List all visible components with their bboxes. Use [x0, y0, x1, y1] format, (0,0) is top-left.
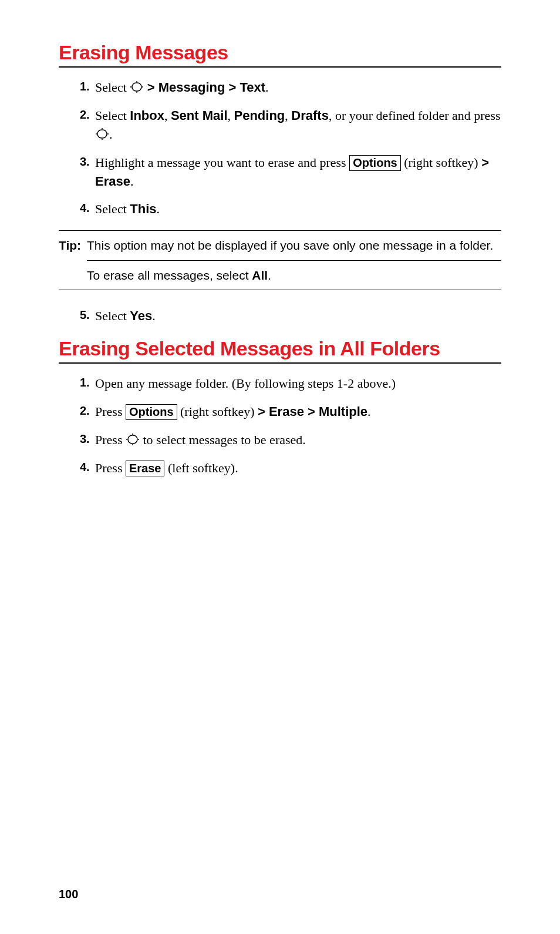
text: , or your defined folder and press	[329, 108, 501, 123]
text: ,	[164, 108, 171, 123]
text: Press	[95, 461, 126, 475]
tip-text-2: To erase all messages, select All.	[59, 267, 501, 284]
text: ,	[285, 108, 291, 123]
step-2-1: 1. Open any message folder. (By followin…	[80, 374, 501, 393]
softkey-box: Erase	[126, 461, 165, 476]
text: Press	[95, 404, 126, 419]
step-1-2: 2. Select Inbox, Sent Mail, Pending, Dra…	[80, 106, 501, 144]
bold-text: > Messaging > Text	[147, 80, 265, 95]
bold-text: Pending	[234, 108, 285, 123]
text: .	[130, 174, 134, 189]
text: To erase all messages, select	[87, 268, 252, 282]
step-num: 2.	[80, 106, 90, 123]
text: Select	[95, 201, 130, 216]
text: Select	[95, 308, 130, 323]
step-num: 3.	[80, 153, 90, 170]
bold-text: All	[252, 268, 268, 282]
text: .	[367, 404, 371, 419]
bold-text: > Erase > Multiple	[258, 404, 367, 419]
nav-key-icon	[126, 433, 140, 446]
step-num: 1.	[80, 374, 90, 391]
nav-key-icon	[95, 127, 109, 140]
text: .	[268, 268, 271, 282]
heading-erasing-messages: Erasing Messages	[59, 41, 501, 68]
tip-label: Tip:	[59, 237, 87, 254]
step-num: 4.	[80, 200, 90, 217]
text: .	[265, 80, 269, 95]
softkey-box: Options	[349, 155, 401, 171]
bold-text: Sent Mail	[171, 108, 228, 123]
text: (right softkey)	[401, 155, 481, 170]
step-1-1: 1. Select > Messaging > Text.	[80, 78, 501, 97]
text: Select	[95, 108, 130, 123]
text: Press	[95, 432, 126, 447]
step-1-3: 3. Highlight a message you want to erase…	[80, 153, 501, 191]
bold-text: Yes	[130, 308, 152, 323]
text: to select messages to be erased.	[140, 432, 306, 447]
text: .	[152, 308, 156, 323]
tip-separator	[87, 260, 501, 261]
softkey-box: Options	[126, 404, 177, 420]
page-number: 100	[59, 888, 78, 901]
step-1-4: 4. Select This.	[80, 200, 501, 219]
text: .	[109, 127, 113, 142]
svg-rect-4	[132, 83, 141, 91]
text: (left softkey).	[164, 461, 238, 475]
tip-block: Tip: This option may not be displayed if…	[59, 230, 501, 290]
text: Open any message folder. (By following s…	[95, 376, 396, 391]
steps-list-1b: 5. Select Yes.	[59, 307, 501, 325]
step-num: 5.	[80, 307, 90, 324]
bold-text: Inbox	[130, 108, 164, 123]
text: Select	[95, 80, 130, 95]
step-2-2: 2. Press Options (right softkey) > Erase…	[80, 402, 501, 421]
step-num: 3.	[80, 431, 90, 448]
heading-erasing-selected: Erasing Selected Messages in All Folders	[59, 337, 501, 364]
bold-text: This	[130, 201, 156, 216]
svg-rect-14	[128, 435, 137, 444]
step-2-3: 3. Press to select messages to be erased…	[80, 431, 501, 449]
step-num: 4.	[80, 459, 90, 476]
tip-text-1: This option may not be displayed if you …	[87, 237, 501, 254]
step-num: 2.	[80, 402, 90, 419]
step-1-5: 5. Select Yes.	[80, 307, 501, 325]
text: Highlight a message you want to erase an…	[95, 155, 349, 170]
step-2-4: 4. Press Erase (left softkey).	[80, 459, 501, 478]
step-num: 1.	[80, 78, 90, 95]
svg-rect-9	[97, 130, 107, 138]
text: ,	[228, 108, 234, 123]
bold-text: Drafts	[291, 108, 329, 123]
nav-key-icon	[130, 80, 144, 93]
text: (right softkey)	[177, 404, 258, 419]
text: .	[157, 201, 160, 216]
steps-list-2: 1. Open any message folder. (By followin…	[59, 374, 501, 478]
steps-list-1: 1. Select > Messaging > Text. 2. Select …	[59, 78, 501, 219]
